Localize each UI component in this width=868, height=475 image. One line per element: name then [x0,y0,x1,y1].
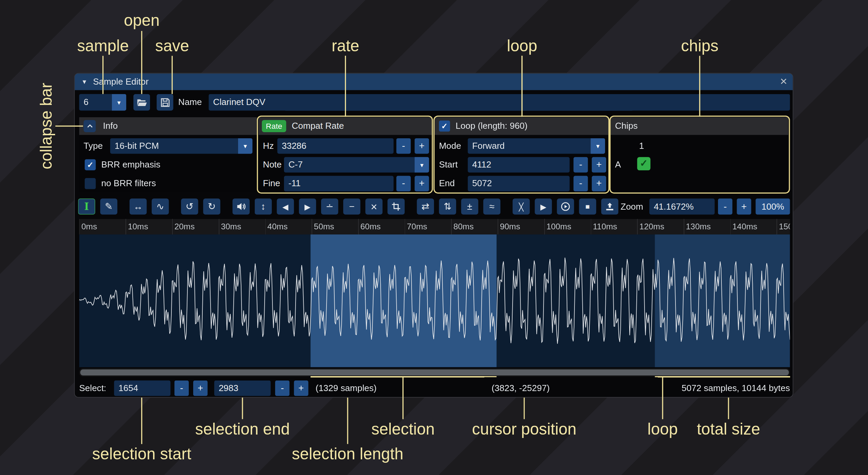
loop-end-plus-button[interactable]: + [592,176,606,192]
amplify-button[interactable] [233,198,250,214]
resample-icon: ∿ [156,202,164,211]
chips-panel-title: Chips [615,117,638,135]
save-sample-button[interactable] [157,94,173,111]
loop-enable-checkbox[interactable]: ✓ [439,121,450,132]
loop-start-minus-button[interactable]: - [573,157,588,173]
brr-emphasis-checkbox[interactable]: ✓ [85,159,96,171]
sign-invert-button[interactable]: ± [461,198,478,214]
zoom-label: Zoom [620,198,643,214]
delete-icon: × [371,201,377,212]
window-collapse-icon[interactable]: ▼ [81,73,87,90]
cursor-position-text: (3823, -25297) [491,379,550,397]
zoom-input[interactable]: 41.1672% [649,198,715,214]
dropdown-arrow-icon: ▼ [238,138,252,154]
no-brr-filters-label: no BRR filters [101,176,156,192]
zoom-reset-button[interactable]: 100% [756,198,790,214]
apply-silence-button[interactable]: − [343,198,360,214]
selection-start-plus-button[interactable]: + [193,381,207,396]
window-titlebar[interactable]: ▼ Sample Editor × [75,73,793,90]
fine-input[interactable]: -11 [284,176,394,192]
sample-type-combo[interactable]: 16-bit PCM ▼ [110,138,252,154]
selection-end-plus-button[interactable]: + [294,381,308,396]
note-combo[interactable]: C-7 ▼ [284,157,429,173]
crop-icon [392,203,400,211]
zoom-plus-button[interactable]: + [737,198,751,214]
dropdown-arrow-icon: ▼ [112,94,126,111]
sample-type-value: 16-bit PCM [110,138,238,154]
loop-end-minus-button[interactable]: - [573,176,588,192]
open-sample-button[interactable] [133,94,150,111]
undo-button[interactable]: ↺ [181,198,198,214]
loop-panel-title: Loop (length: 960) [455,117,527,135]
selection-start-input[interactable]: 1654 [114,381,170,396]
horizontal-scrollbar[interactable] [79,368,790,376]
close-icon[interactable]: × [780,73,787,89]
loop-mode-combo[interactable]: Forward ▼ [468,138,605,154]
chip-index-label: 1 [635,139,648,153]
selection-end-minus-button[interactable]: - [275,381,289,396]
annotation-selection: selection [371,420,435,439]
create-wavetable-button[interactable] [601,198,618,214]
normalize-button[interactable]: ↕ [255,198,272,214]
edit-mode-select-button[interactable]: I [78,198,95,214]
no-brr-filters-checkbox[interactable] [85,178,96,189]
insert-silence-button[interactable]: ∸ [321,198,338,214]
hz-minus-button[interactable]: - [396,138,411,154]
check-icon: ✓ [87,160,94,169]
resample-button[interactable]: ∿ [152,198,169,214]
resize-icon: ↔ [133,202,143,211]
ruler-label: 50ms [314,222,334,231]
annotation-loop: loop [507,37,537,55]
ruler-label: 10ms [128,222,148,231]
speaker-icon [236,202,246,211]
chip-enable-checkbox[interactable]: ✓ [637,157,650,170]
arrows-vertical-icon: ↕ [261,202,266,211]
invert-button[interactable]: ⇅ [439,198,456,214]
delete-button[interactable]: × [365,198,382,214]
stop-preview-button[interactable]: ■ [579,198,596,214]
loop-panel: ✓ Loop (length: 960) Mode Forward ▼ Star… [435,117,608,192]
floppy-disk-icon [160,98,170,107]
annotation-selection-length: selection length [292,445,403,463]
preview-selection-button[interactable] [557,198,574,214]
selection-end-input[interactable]: 2983 [214,381,271,396]
stop-icon: ■ [585,203,590,210]
sample-number-combo[interactable]: 6 ▼ [79,94,126,111]
loop-start-plus-button[interactable]: + [592,157,606,173]
scrollbar-handle[interactable] [80,369,789,375]
fade-out-button[interactable]: ▶ [299,198,316,214]
preview-button[interactable]: ▶ [535,198,552,214]
trim-button[interactable] [387,198,404,214]
edit-mode-draw-button[interactable]: ✎ [100,198,117,214]
reverse-button[interactable]: ⇄ [417,198,434,214]
fine-minus-button[interactable]: - [396,176,411,192]
note-value: C-7 [284,157,415,173]
ruler-label: 40ms [267,222,288,231]
hz-plus-button[interactable]: + [415,138,429,154]
ruler-label: 150ms [779,222,790,231]
sample-number-value: 6 [79,94,112,111]
sample-name-input[interactable]: Clarinet DQV [209,94,790,111]
mode-label: Mode [439,138,461,154]
pencil-icon: ✎ [105,202,113,211]
filter-icon: ≈ [489,202,494,211]
filter-button[interactable]: ≈ [483,198,500,214]
chip-row-label: A [615,158,621,171]
annotation-line-selection [402,377,403,419]
fade-in-button[interactable]: ◀ [277,198,294,214]
sign-invert-icon: ± [467,202,472,211]
zoom-minus-button[interactable]: - [718,198,732,214]
rate-panel: Rate Compat Rate Hz 33286 - + Note C-7 ▼… [258,117,432,192]
loop-end-label: End [439,176,455,192]
hz-input[interactable]: 33286 [277,138,394,154]
resize-button[interactable]: ↔ [130,198,147,214]
crossfade-button[interactable]: ╳ [513,198,530,214]
annotation-line-collapse-bar [55,125,83,126]
redo-button[interactable]: ↻ [203,198,220,214]
selection-start-minus-button[interactable]: - [174,381,189,396]
fine-plus-button[interactable]: + [415,176,429,192]
waveform-view[interactable] [79,234,790,367]
collapse-bar-button[interactable] [84,120,96,132]
loop-start-input[interactable]: 4112 [468,157,569,173]
loop-end-input[interactable]: 5072 [468,176,569,192]
